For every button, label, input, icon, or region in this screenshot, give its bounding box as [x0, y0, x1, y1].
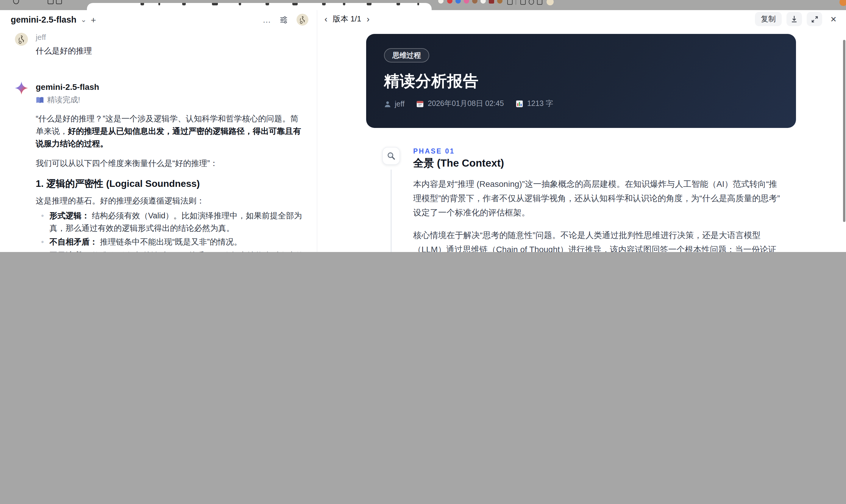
copy-button[interactable]: 复制 [755, 12, 782, 26]
browser-toolbar-icon[interactable] [520, 0, 526, 5]
phase-paragraph: 核心情境在于解决“思考的随意性”问题。不论是人类通过批判性思维进行决策，还是大语… [413, 228, 780, 252]
settings-sliders-icon[interactable] [279, 15, 288, 24]
date-meta: 2026年01月08日 02:45 [417, 99, 504, 109]
browser-extension-icon[interactable] [464, 0, 469, 4]
message-text: 什么是好的推理 [36, 45, 92, 56]
download-button[interactable] [787, 12, 802, 26]
bar-chart-icon [516, 100, 524, 108]
chevron-down-icon[interactable]: ⌄ [81, 16, 87, 24]
window-scrollbar-thumb[interactable] [843, 40, 845, 222]
app-window: gemini-2.5-flash ⌄ + … [0, 10, 846, 252]
close-panel-button[interactable]: ✕ [827, 12, 840, 26]
section-heading: 1. 逻辑的严密性 (Logical Soundness) [36, 177, 304, 191]
browser-tabs-icon[interactable] [56, 0, 62, 4]
report-hero-card: 思维过程 精读分析报告 jeff 2026年01月08 [366, 34, 796, 128]
expand-button[interactable] [807, 12, 822, 26]
more-options-icon[interactable]: … [263, 15, 271, 24]
report-toolbar: ‹ 版本 1/1 › 复制 ✕ [317, 10, 846, 28]
browser-extension-icon[interactable] [438, 0, 443, 4]
phase-section: PHASE 01 全景 (The Context) 本内容是对“推理 (Reas… [383, 147, 846, 252]
list-item: 因果清晰： 能准确区分“相关性”和“因果关系”，不会轻率地将先后发生的事情归为因… [36, 249, 304, 252]
browser-tab[interactable] [87, 3, 431, 10]
report-badge: 思维过程 [384, 48, 429, 62]
magnifier-icon [382, 147, 400, 165]
assistant-name: gemini-2.5-flash [36, 82, 304, 92]
report-meta: jeff 2026年01月08日 02:45 1213 字 [384, 99, 778, 109]
browser-extension-icon[interactable] [447, 0, 453, 4]
message-author: jeff [36, 33, 92, 42]
browser-extension-icon[interactable] [480, 0, 486, 4]
phase-title: 全景 (The Context) [413, 157, 780, 169]
browser-profile-avatar[interactable] [547, 0, 554, 5]
browser-chrome [0, 0, 846, 10]
browser-toolbar-icon[interactable] [529, 0, 534, 5]
screen: gemini-2.5-flash ⌄ + … [0, 0, 846, 252]
browser-toolbar-icon[interactable] [537, 0, 542, 5]
browser-tabs-icon[interactable] [48, 0, 54, 4]
browser-toolbar-icon[interactable] [507, 0, 513, 5]
book-icon [36, 96, 44, 104]
assistant-status: 精读完成! [36, 95, 304, 105]
assistant-message: gemini-2.5-flash 精读完成! “什么是好的推理？”这是一个涉及逻… [15, 82, 304, 252]
phase-paragraph: 本内容是对“推理 (Reasoning)”这一抽象概念的高层建模。在知识爆炸与人… [413, 177, 780, 220]
timeline-connector [391, 169, 392, 252]
user-avatar [15, 33, 28, 46]
browser-extension-icon[interactable] [472, 0, 477, 4]
chat-header: gemini-2.5-flash ⌄ + … [0, 10, 317, 28]
gemini-star-icon [15, 82, 28, 95]
browser-extension-icon[interactable] [455, 0, 461, 4]
author-meta: jeff [384, 100, 405, 108]
browser-extension-icon[interactable] [497, 0, 503, 4]
assistant-paragraph: 我们可以从以下四个维度来衡量什么是“好的推理”： [36, 157, 304, 169]
list-item: 形式逻辑： 结构必须有效（Valid）。比如演绎推理中，如果前提全部为真，那么通… [36, 210, 304, 234]
version-prev-icon[interactable]: ‹ [324, 15, 328, 23]
person-icon [384, 100, 391, 107]
report-panel: ‹ 版本 1/1 › 复制 ✕ 思维过 [317, 10, 846, 252]
chat-scroll-area[interactable]: jeff 什么是好的推理 g [0, 28, 317, 252]
new-chat-button[interactable]: + [91, 15, 96, 25]
report-scroll-area[interactable]: 思维过程 精读分析报告 jeff 2026年01月08 [317, 28, 846, 252]
assistant-paragraph: “什么是好的推理？”这是一个涉及逻辑学、认知科学和哲学核心的问题。简单来说，好的… [36, 112, 304, 150]
model-selector[interactable]: gemini-2.5-flash [11, 15, 76, 24]
user-avatar[interactable] [297, 14, 309, 25]
version-next-icon[interactable]: › [367, 15, 369, 23]
user-message: jeff 什么是好的推理 [15, 33, 304, 56]
word-count-meta: 1213 字 [516, 99, 553, 109]
list-item: 不自相矛盾： 推理链条中不能出现“既是又非”的情况。 [36, 236, 304, 248]
chat-panel: gemini-2.5-flash ⌄ + … [0, 10, 317, 252]
browser-extension-icon[interactable] [489, 0, 494, 4]
calendar-icon [417, 100, 424, 108]
version-label: 版本 1/1 [333, 14, 361, 24]
bullet-list: 形式逻辑： 结构必须有效（Valid）。比如演绎推理中，如果前提全部为真，那么通… [36, 210, 304, 252]
phase-label: PHASE 01 [413, 147, 780, 155]
browser-extension-icon[interactable] [840, 0, 846, 6]
report-title: 精读分析报告 [384, 71, 778, 90]
browser-nav-icon[interactable] [13, 0, 19, 4]
